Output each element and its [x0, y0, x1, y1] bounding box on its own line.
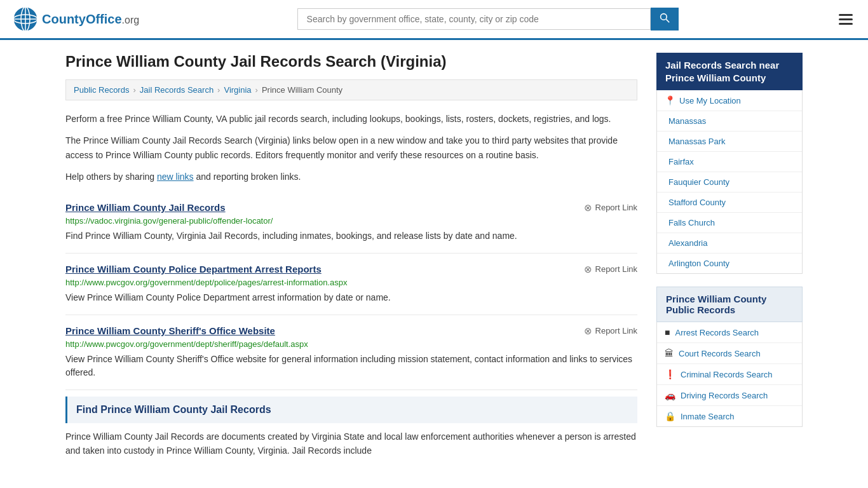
public-record-label: Inmate Search — [681, 412, 735, 421]
public-records-list-item: 🚗 Driving Records Search — [657, 385, 802, 406]
report-icon: ⊗ — [584, 264, 592, 275]
content-area: Prince William County Jail Records Searc… — [65, 53, 637, 458]
desc3-pre: Help others by sharing — [65, 172, 157, 182]
sidebar: Jail Records Search near Prince William … — [656, 53, 803, 458]
nearby-link[interactable]: Arlington County — [657, 254, 802, 273]
nearby-list-item: Fairfax — [657, 152, 802, 172]
record-url: https://vadoc.virginia.gov/general-publi… — [65, 216, 637, 226]
breadcrumb-virginia[interactable]: Virginia — [224, 85, 251, 95]
report-link[interactable]: ⊗ Report Link — [584, 202, 637, 214]
public-records-list: ■ Arrest Records Search 🏛 Court Records … — [656, 322, 803, 427]
public-record-link[interactable]: 🚗 Driving Records Search — [657, 385, 802, 405]
public-record-label: Court Records Search — [679, 349, 761, 358]
public-record-link[interactable]: ■ Arrest Records Search — [657, 322, 802, 342]
nearby-label: Alexandria — [668, 238, 707, 248]
public-record-link[interactable]: 🔒 Inmate Search — [657, 406, 802, 426]
record-card-header: Prince William County Jail Records ⊗ Rep… — [65, 202, 637, 214]
search-icon — [660, 13, 670, 23]
nearby-link[interactable]: Alexandria — [657, 233, 802, 253]
nearby-list-item: Stafford County — [657, 193, 802, 213]
search-bar — [297, 8, 679, 30]
nearby-label: Use My Location — [679, 96, 741, 105]
breadcrumb-sep-2: › — [217, 85, 220, 95]
breadcrumb-sep-3: › — [255, 85, 258, 95]
logo-text: CountyOffice.org — [42, 12, 139, 27]
report-label: Report Link — [595, 326, 637, 336]
hamburger-menu-button[interactable] — [836, 11, 855, 27]
nearby-list-item: Arlington County — [657, 254, 802, 273]
nearby-label: Arlington County — [668, 259, 729, 268]
public-records-list-item: 🏛 Court Records Search — [657, 343, 802, 364]
record-card-header: Prince William County Sheriff's Office W… — [65, 325, 637, 337]
breadcrumb-jail-records[interactable]: Jail Records Search — [140, 85, 214, 95]
nearby-list-item: Manassas Park — [657, 132, 802, 152]
search-button[interactable] — [651, 8, 679, 30]
record-cards-container: Prince William County Jail Records ⊗ Rep… — [65, 192, 637, 390]
nearby-label: Manassas Park — [668, 137, 726, 146]
report-link[interactable]: ⊗ Report Link — [584, 325, 637, 337]
nearby-label: Stafford County — [668, 198, 726, 207]
record-card: Prince William County Sheriff's Office W… — [65, 315, 637, 390]
breadcrumb: Public Records › Jail Records Search › V… — [65, 79, 637, 100]
nearby-section: Jail Records Search near Prince William … — [656, 53, 803, 274]
breadcrumb-public-records[interactable]: Public Records — [74, 85, 129, 95]
description-1: Perform a free Prince William County, VA… — [65, 112, 637, 126]
nearby-title: Jail Records Search near Prince William … — [656, 53, 803, 90]
logo-icon — [13, 6, 38, 32]
report-label: Report Link — [595, 203, 637, 212]
public-record-label: Driving Records Search — [681, 391, 768, 400]
new-links-link[interactable]: new links — [157, 172, 194, 182]
record-type-icon: 🏛 — [665, 348, 674, 358]
record-desc: View Prince William County Police Depart… — [65, 291, 637, 304]
nearby-link[interactable]: Manassas Park — [657, 132, 802, 151]
nearby-link[interactable]: Stafford County — [657, 193, 802, 212]
record-type-icon: 🔒 — [665, 411, 675, 421]
record-type-icon: 🚗 — [665, 390, 675, 400]
logo: CountyOffice.org — [13, 6, 139, 32]
nearby-label: Fairfax — [668, 157, 694, 166]
record-title[interactable]: Prince William County Jail Records — [65, 202, 226, 213]
report-icon: ⊗ — [584, 202, 592, 214]
nearby-link[interactable]: Fairfax — [657, 152, 802, 172]
record-type-icon: ■ — [665, 327, 670, 337]
public-record-label: Arrest Records Search — [675, 328, 759, 337]
record-card: Prince William County Police Department … — [65, 254, 637, 315]
nearby-list-item: Fauquier County — [657, 172, 802, 193]
public-record-label: Criminal Records Search — [681, 370, 773, 379]
nearby-label: Falls Church — [668, 218, 715, 227]
public-records-section: Prince William County Public Records ■ A… — [656, 287, 803, 427]
public-records-list-item: ❗ Criminal Records Search — [657, 364, 802, 385]
site-header: CountyOffice.org — [0, 0, 868, 40]
nearby-list-item: Falls Church — [657, 213, 802, 233]
public-records-title: Prince William County Public Records — [656, 287, 803, 322]
nearby-list-item: Manassas — [657, 111, 802, 132]
nearby-link[interactable]: 📍 Use My Location — [657, 90, 802, 111]
record-title[interactable]: Prince William County Sheriff's Office W… — [65, 325, 275, 336]
record-type-icon: ❗ — [665, 369, 675, 379]
find-section-heading: Find Prince William County Jail Records — [65, 396, 637, 423]
record-title[interactable]: Prince William County Police Department … — [65, 264, 322, 274]
public-record-link[interactable]: ❗ Criminal Records Search — [657, 364, 802, 384]
nearby-list: 📍 Use My Location Manassas Manassas Park… — [656, 90, 803, 274]
record-card: Prince William County Jail Records ⊗ Rep… — [65, 192, 637, 254]
record-desc: View Prince William County Sheriff's Off… — [65, 353, 637, 379]
nearby-list-item: Alexandria — [657, 233, 802, 254]
search-input[interactable] — [297, 8, 651, 30]
breadcrumb-sep-1: › — [133, 85, 135, 95]
record-card-header: Prince William County Police Department … — [65, 264, 637, 275]
nearby-link[interactable]: Falls Church — [657, 213, 802, 233]
description-2: The Prince William County Jail Records S… — [65, 133, 637, 162]
nearby-link[interactable]: Manassas — [657, 111, 802, 131]
section-text: Prince William County Jail Records are d… — [65, 430, 637, 458]
description-3: Help others by sharing new links and rep… — [65, 170, 637, 184]
public-record-link[interactable]: 🏛 Court Records Search — [657, 343, 802, 363]
breadcrumb-current: Prince William County — [262, 85, 342, 95]
location-icon: 📍 — [665, 95, 675, 105]
svg-point-6 — [660, 14, 667, 20]
nearby-link[interactable]: Fauquier County — [657, 172, 802, 192]
report-link[interactable]: ⊗ Report Link — [584, 264, 637, 275]
record-url: http://www.pwcgov.org/government/dept/sh… — [65, 339, 637, 349]
desc3-post: and reporting broken links. — [194, 172, 301, 182]
public-records-list-item: 🔒 Inmate Search — [657, 406, 802, 426]
page-title: Prince William County Jail Records Searc… — [65, 53, 637, 71]
